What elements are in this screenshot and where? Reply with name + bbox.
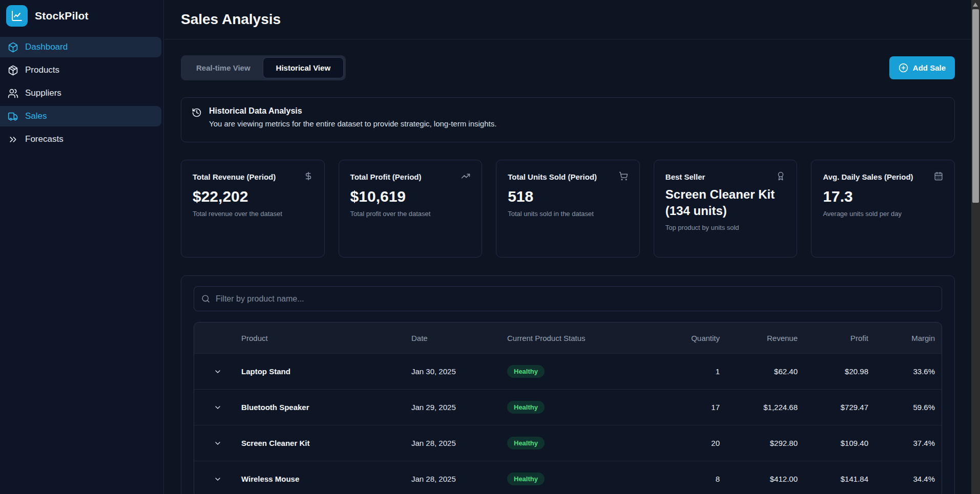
banner-body: Historical Data Analysis You are viewing…: [209, 106, 496, 133]
cell-quantity: 8: [630, 475, 720, 483]
cell-revenue: $412.00: [720, 475, 798, 483]
stat-card-value: $10,619: [350, 188, 471, 205]
plus-circle-icon: [899, 63, 908, 73]
cell-profit: $141.84: [798, 475, 868, 483]
cell-date: Jan 28, 2025: [411, 439, 507, 447]
row-expander-button[interactable]: [214, 439, 222, 447]
stat-card-value: 518: [508, 188, 628, 205]
table-row: Bluetooth Speaker Jan 29, 2025 Healthy 1…: [194, 389, 942, 425]
sidebar: StockPilot Dashboard Products Suppliers …: [0, 0, 164, 494]
sidebar-item-label: Dashboard: [25, 42, 68, 52]
stat-cards: Total Revenue (Period) $22,202 Total rev…: [181, 160, 955, 257]
cell-margin: 34.4%: [868, 475, 942, 483]
stat-card-title: Total Profit (Period): [350, 171, 422, 181]
chevrons-right-icon: [8, 134, 18, 145]
stat-card-value: 17.3: [823, 188, 943, 205]
cell-date: Jan 29, 2025: [411, 403, 507, 412]
table-row: Screen Cleaner Kit Jan 28, 2025 Healthy …: [194, 425, 942, 461]
app-name: StockPilot: [35, 10, 89, 22]
row-expander-button[interactable]: [214, 475, 222, 483]
sidebar-item-suppliers[interactable]: Suppliers: [0, 83, 161, 103]
column-header-status: Current Product Status: [507, 334, 630, 342]
app-logo-chart-icon: [6, 5, 28, 27]
sidebar-nav: Dashboard Products Suppliers Sales Forec…: [0, 37, 163, 149]
scrollbar-up-arrow-icon[interactable]: [973, 3, 978, 7]
cell-profit: $20.98: [798, 367, 868, 376]
vertical-scrollbar[interactable]: [971, 0, 980, 494]
cell-margin: 59.6%: [868, 403, 942, 412]
column-header-margin: Margin: [868, 334, 942, 342]
table-header-row: Product Date Current Product Status Quan…: [194, 323, 942, 353]
award-icon: [776, 171, 785, 181]
main-content: Sales Analysis Real-time View Historical…: [164, 0, 971, 494]
sales-table-card: Product Date Current Product Status Quan…: [181, 275, 955, 494]
shopping-cart-icon: [619, 171, 628, 181]
cell-margin: 33.6%: [868, 367, 942, 376]
sidebar-item-label: Forecasts: [25, 134, 64, 144]
column-header-product: Product: [241, 334, 411, 342]
sales-table: Product Date Current Product Status Quan…: [194, 322, 942, 494]
stat-card-title: Total Revenue (Period): [193, 171, 276, 181]
package-icon: [8, 65, 18, 76]
stat-card-total-profit: Total Profit (Period) $10,619 Total prof…: [339, 160, 483, 257]
cell-product: Screen Cleaner Kit: [241, 439, 411, 447]
cell-revenue: $62.40: [720, 367, 798, 376]
add-sale-label: Add Sale: [913, 63, 946, 72]
cell-quantity: 1: [630, 367, 720, 376]
filter-box: [194, 286, 942, 311]
stat-card-subtitle: Average units sold per day: [823, 210, 943, 218]
sidebar-item-products[interactable]: Products: [0, 60, 161, 80]
stat-card-value: $22,202: [193, 188, 313, 205]
table-row: Wireless Mouse Jan 28, 2025 Healthy 8 $4…: [194, 461, 942, 494]
stat-card-avg-daily-sales: Avg. Daily Sales (Period) 17.3 Average u…: [811, 160, 955, 257]
row-expander-button[interactable]: [214, 403, 222, 412]
cell-quantity: 20: [630, 439, 720, 447]
calendar-icon: [934, 171, 943, 181]
status-badge: Healthy: [507, 401, 545, 414]
trending-up-icon: [461, 171, 470, 181]
cell-quantity: 17: [630, 403, 720, 412]
users-icon: [8, 88, 18, 99]
status-badge: Healthy: [507, 365, 545, 378]
app-brand: StockPilot: [0, 0, 163, 32]
filter-input[interactable]: [216, 294, 934, 304]
history-icon: [192, 106, 202, 133]
view-tabs: Real-time View Historical View: [181, 55, 346, 80]
row-expander-button[interactable]: [214, 368, 222, 376]
stat-card-total-units: Total Units Sold (Period) 518 Total unit…: [496, 160, 640, 257]
sidebar-item-dashboard[interactable]: Dashboard: [0, 37, 161, 57]
stat-card-subtitle: Top product by units sold: [665, 224, 786, 231]
banner-message: You are viewing metrics for the entire d…: [209, 119, 496, 128]
box-icon: [8, 42, 18, 53]
stat-card-title: Total Units Sold (Period): [508, 171, 597, 181]
stat-card-subtitle: Total profit over the dataset: [350, 210, 471, 218]
chevron-down-icon: [214, 439, 222, 447]
tab-historical-view[interactable]: Historical View: [263, 58, 343, 78]
stat-card-total-revenue: Total Revenue (Period) $22,202 Total rev…: [181, 160, 325, 257]
chevron-down-icon: [214, 368, 222, 376]
tab-realtime-view[interactable]: Real-time View: [183, 58, 263, 78]
column-header-profit: Profit: [798, 334, 868, 342]
status-badge: Healthy: [507, 472, 545, 485]
stat-card-title: Best Seller: [665, 171, 705, 181]
column-header-date: Date: [411, 334, 507, 342]
banner-title: Historical Data Analysis: [209, 106, 496, 116]
cell-product: Bluetooth Speaker: [241, 403, 411, 412]
add-sale-button[interactable]: Add Sale: [889, 56, 955, 79]
scrollbar-thumb[interactable]: [972, 9, 979, 203]
chevron-down-icon: [214, 403, 222, 412]
sidebar-item-label: Suppliers: [25, 88, 61, 98]
search-icon: [201, 294, 210, 303]
dollar-icon: [304, 171, 313, 181]
stat-card-subtitle: Total units sold in the dataset: [508, 210, 628, 218]
status-badge: Healthy: [507, 437, 545, 449]
cell-revenue: $292.80: [720, 439, 798, 447]
sidebar-item-sales[interactable]: Sales: [0, 106, 161, 126]
table-row: Laptop Stand Jan 30, 2025 Healthy 1 $62.…: [194, 353, 942, 389]
column-header-revenue: Revenue: [720, 334, 798, 342]
cell-product: Wireless Mouse: [241, 475, 411, 483]
sidebar-item-forecasts[interactable]: Forecasts: [0, 129, 161, 149]
cell-product: Laptop Stand: [241, 367, 411, 376]
stat-card-best-seller: Best Seller Screen Cleaner Kit (134 unit…: [654, 160, 798, 257]
column-header-quantity: Quantity: [630, 334, 720, 342]
